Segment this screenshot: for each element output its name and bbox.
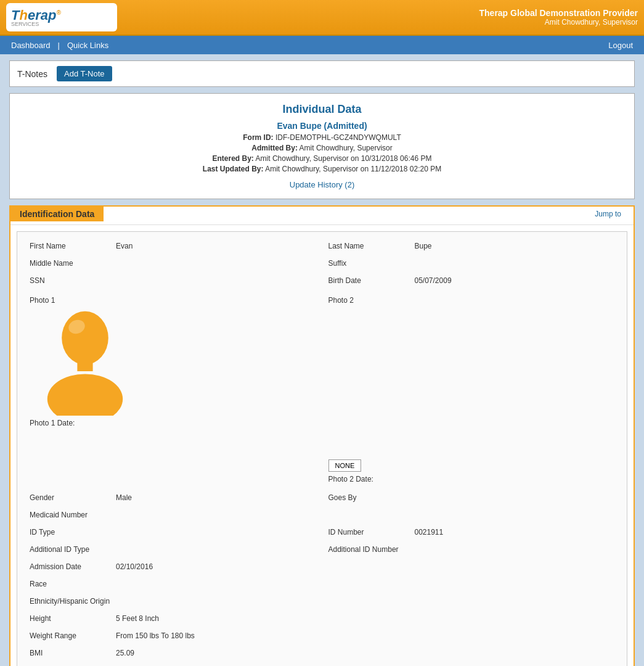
individual-data-card: Individual Data Evan Bupe (Admitted) For… (9, 93, 635, 199)
medicaid-label: Medicaid Number (30, 511, 116, 519)
person-silhouette-icon (36, 305, 134, 416)
height-row: Height 5 Feet 8 Inch (23, 610, 621, 628)
medicaid-group: Medicaid Number (23, 507, 322, 524)
race-group: Race (23, 576, 322, 593)
ssn-label: SSN (30, 276, 116, 285)
id-number-group: ID Number 0021911 (322, 524, 621, 541)
ethnicity-row: Ethnicity/Hispanic Origin (23, 593, 621, 610)
photo1-area: Photo 1 Photo 1 Date: (30, 296, 316, 483)
photo2-none-button[interactable]: NONE (328, 459, 362, 472)
individual-data-title: Individual Data (19, 103, 625, 116)
dashboard-link[interactable]: Dashboard (6, 41, 55, 50)
admission-date-value: 02/10/2016 (116, 562, 153, 571)
name-row: First Name Evan Last Name Bupe (23, 238, 621, 255)
top-header: Therap® SERVICES Therap Global Demonstra… (0, 0, 644, 36)
ethnicity-group: Ethnicity/Hispanic Origin (23, 593, 322, 610)
entered-by-label: Entered By: (213, 154, 254, 163)
spacer7 (322, 645, 621, 662)
identification-section: Identification Data Jump to First Name E… (9, 205, 635, 666)
update-history-link[interactable]: Update History (2) (290, 180, 354, 189)
jump-to-link[interactable]: Jump to (589, 207, 627, 221)
entered-by-value: Amit Chowdhury, Supervisor on 10/31/2018… (256, 154, 432, 163)
height-value: 5 Feet 8 Inch (116, 614, 159, 623)
additional-id-type-group: Additional ID Type (23, 541, 322, 559)
nav-separator: | (55, 41, 62, 50)
middle-name-label: Middle Name (30, 259, 116, 268)
ssn-group: SSN (23, 273, 322, 290)
additional-id-number-label: Additional ID Number (328, 545, 415, 554)
photo1-placeholder (30, 305, 141, 416)
last-updated-label: Last Updated By: (203, 165, 264, 173)
svg-point-2 (47, 374, 123, 416)
svg-point-0 (62, 311, 108, 364)
user-name: Amit Chowdhury, Supervisor (142, 18, 638, 27)
gender-group: Gender Male (23, 490, 322, 507)
additional-id-row: Additional ID Type Additional ID Number (23, 541, 621, 559)
race-row: Race (23, 576, 621, 593)
photo-section: Photo 1 Photo 1 Date: (23, 290, 621, 490)
spacer1 (322, 507, 621, 524)
spacer6 (322, 628, 621, 645)
first-name-value: Evan (116, 242, 132, 250)
middle-suffix-row: Middle Name Suffix (23, 255, 621, 273)
admitted-by-row: Admitted By: Amit Chowdhury, Supervisor (19, 144, 625, 152)
admitted-by-value: Amit Chowdhury, Supervisor (300, 144, 393, 152)
bmi-group: BMI 25.09 (23, 645, 322, 662)
data-inner: First Name Evan Last Name Bupe Middle Na… (17, 231, 627, 666)
quick-links-link[interactable]: Quick Links (62, 41, 113, 50)
gender-label: Gender (30, 493, 116, 502)
bmi-row: BMI 25.09 (23, 645, 621, 662)
section-header: Identification Data (10, 207, 104, 221)
weight-label: Weight Range (30, 631, 116, 640)
spacer5 (322, 610, 621, 628)
gender-value: Male (116, 493, 132, 502)
header-right: Therap Global Demonstration Provider Ami… (142, 8, 638, 27)
gender-goesby-row: Gender Male Goes By (23, 490, 621, 507)
bmi-value: 25.09 (116, 649, 134, 657)
weight-group: Weight Range From 150 lbs To 180 lbs (23, 628, 322, 645)
medicaid-row: Medicaid Number (23, 507, 621, 524)
admission-date-label: Admission Date (30, 562, 116, 571)
suffix-group: Suffix (322, 255, 621, 273)
spacer3 (322, 576, 621, 593)
bmi-label: BMI (30, 649, 116, 657)
first-name-group: First Name Evan (23, 238, 322, 255)
form-id-row: Form ID: IDF-DEMOTPHL-GCZ4NDYWQMULT (19, 133, 625, 142)
svg-rect-3 (77, 360, 92, 371)
add-tnote-button[interactable]: Add T-Note (57, 66, 112, 81)
photo1-label: Photo 1 (30, 296, 316, 305)
middle-name-group: Middle Name (23, 255, 322, 273)
photo2-none-wrapper: NONE Photo 2 Date: (328, 456, 615, 483)
tnotes-section: T-Notes Add T-Note (9, 60, 635, 87)
last-name-label: Last Name (328, 242, 415, 250)
ssn-birthdate-row: SSN Birth Date 05/07/2009 (23, 273, 621, 290)
hair-color-group: Hair Color Black (23, 662, 322, 666)
spacer2 (322, 559, 621, 576)
goes-by-group: Goes By (322, 490, 621, 507)
logo-area: Therap® SERVICES (6, 3, 142, 31)
birth-date-group: Birth Date 05/07/2009 (322, 273, 621, 290)
goes-by-label: Goes By (328, 493, 415, 502)
admission-date-row: Admission Date 02/10/2016 (23, 559, 621, 576)
suffix-label: Suffix (328, 259, 415, 268)
photo2-date-label: Photo 2 Date: (328, 475, 615, 483)
nav-bar: Dashboard | Quick Links Logout (0, 36, 644, 54)
main-content: T-Notes Add T-Note Individual Data Evan … (0, 54, 644, 666)
id-type-label: ID Type (30, 528, 116, 536)
admitted-by-label: Admitted By: (251, 144, 298, 152)
birth-date-label: Birth Date (328, 276, 415, 285)
spacer4 (322, 593, 621, 610)
hair-color-row: Hair Color Black Other (23, 662, 621, 666)
hair-other-group: Other (322, 662, 621, 666)
additional-id-type-label: Additional ID Type (30, 545, 116, 554)
photo2-label: Photo 2 (328, 296, 615, 382)
last-updated-value: Amit Chowdhury, Supervisor on 11/12/2018… (265, 165, 441, 173)
last-updated-row: Last Updated By: Amit Chowdhury, Supervi… (19, 165, 625, 173)
logout-link[interactable]: Logout (603, 41, 638, 50)
height-group: Height 5 Feet 8 Inch (23, 610, 322, 628)
form-id-value: IDF-DEMOTPHL-GCZ4NDYWQMULT (275, 133, 401, 142)
section-title-row: Identification Data Jump to (10, 207, 634, 225)
first-name-label: First Name (30, 242, 116, 250)
ethnicity-label: Ethnicity/Hispanic Origin (30, 597, 116, 606)
entered-by-row: Entered By: Amit Chowdhury, Supervisor o… (19, 154, 625, 163)
